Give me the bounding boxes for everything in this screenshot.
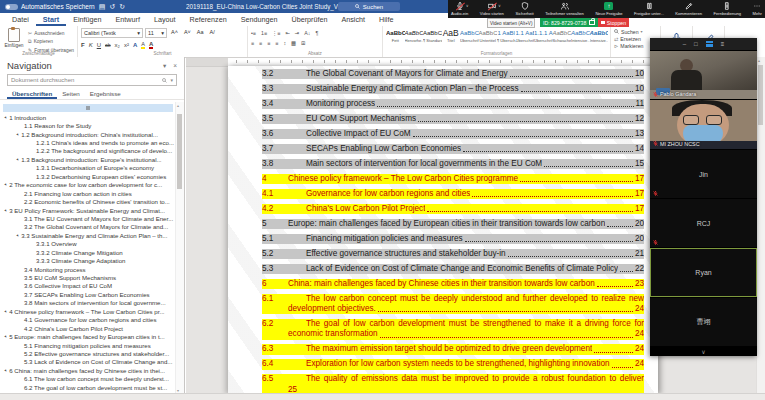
participant-tile-mi-zhou-ncsc[interactable]: MI ZHOU NCSC [650, 100, 757, 148]
participant-tile-jin[interactable]: Jin [650, 150, 757, 198]
nav-item-3-7[interactable]: 3.7 SECAPs Enabling Low Carbon Economies [0, 290, 176, 298]
participant-tile-ryan[interactable]: Ryan [650, 248, 757, 296]
toc-entry-3-8[interactable]: 3.8Main sectors of intervention for loca… [262, 159, 644, 169]
line-spacing-icon[interactable]: ↕ [283, 40, 286, 46]
toc-entry-3-7[interactable]: 3.7SECAPs Enabling Low Carbon Economies1… [262, 144, 644, 154]
toc-entry-6-4[interactable]: 6.4Exploration for low carbon system nee… [262, 359, 644, 369]
style-intensive[interactable]: AaBbCcLIntensive... [590, 29, 609, 43]
nav-item-3-3-2[interactable]: 3.3.2 Climate Change Mitigation [0, 248, 176, 256]
sort-icon[interactable]: A↓ [304, 30, 310, 36]
scroll-up-icon[interactable]: ▴ [177, 103, 179, 108]
style-hervorhe[interactable]: AaBbCcLHervorhe... [405, 29, 424, 43]
meeting-sicherheit[interactable]: Sicherheit [515, 1, 533, 17]
underline-button[interactable]: U [97, 42, 101, 48]
collapse-chevron-icon[interactable]: ∨ [650, 346, 757, 356]
nav-item-1[interactable]: ▸1 Introduction [0, 113, 176, 121]
find-button[interactable]: Suchen▾ [614, 28, 657, 35]
multilevel-list-icon[interactable]: ⋮≡ [272, 30, 280, 36]
gallery-view-icon[interactable] [706, 41, 713, 47]
collapse-triangle-icon[interactable]: ▸ [4, 207, 9, 212]
toc-entry-3-5[interactable]: 3.5EU CoM Support Mechanisms12 [262, 114, 644, 124]
highlight-color-button[interactable]: A [141, 42, 145, 49]
toc-entry-6-2[interactable]: 6.2The goal of low carbon development mu… [262, 319, 644, 339]
toc-entry-3-4[interactable]: 3.4Monitoring process11 [262, 99, 644, 109]
subscript-button[interactable]: x₂ [115, 42, 120, 48]
nav-item-3-3-3[interactable]: 3.3.3 Climate Change Adaptation [0, 256, 176, 264]
participant-tile-pablo-gándara[interactable]: Pablo Gándara [650, 51, 757, 99]
nav-item-4[interactable]: ▸4 Chinese policy framework – The Low Ca… [0, 307, 176, 315]
nav-item-4-2[interactable]: 4.2 China's Low Carbon Pilot Project [0, 324, 176, 332]
collapse-triangle-icon[interactable]: ▸ [4, 368, 9, 373]
meeting-teilnehmer-verwalten[interactable]: Teilnehmer verwalten [545, 1, 584, 17]
nav-item-6[interactable]: ▸6 China: main challenges faced by Chine… [0, 366, 176, 374]
participant-tile-[interactable]: 曹翊 [650, 298, 757, 346]
clear-format-button[interactable]: A/ [208, 28, 217, 36]
nav-tab-headings[interactable]: Überschriften [7, 89, 57, 99]
titlebar-search[interactable]: Suchen [338, 2, 400, 11]
borders-icon[interactable]: ⊞ [301, 40, 305, 46]
meeting-neue-freigabe[interactable]: ↑Neue Freigabe [595, 1, 622, 17]
style-überschrif[interactable]: 1.1.1 AaÜberschrif... [534, 29, 553, 43]
undo-icon[interactable]: ↺ [109, 3, 115, 10]
window-scrollbar[interactable]: ▴ [756, 57, 765, 394]
meeting-mehr[interactable]: Mehr [753, 1, 762, 17]
font-size-select[interactable]: 11▾ [145, 28, 167, 38]
tab-ansicht[interactable]: Ansicht [334, 13, 372, 26]
nav-item-1-2[interactable]: ▸1.2 Background introduction: China's in… [0, 130, 176, 138]
strikethrough-button[interactable]: ab [105, 42, 111, 48]
toc-entry-6[interactable]: 6China: main challenges faced by Chinese… [262, 279, 644, 289]
style-überschrif[interactable]: AaBbCcDxÜberschrif... [460, 29, 479, 43]
nav-item-3[interactable]: ▸3 EU Policy Framework: Sustainable Ener… [0, 206, 176, 214]
chevron-down-icon[interactable]: ∨ [466, 3, 469, 8]
nav-item-3-8[interactable]: 3.8 Main sectors of intervention for loc… [0, 299, 176, 307]
participant-tile-rcj[interactable]: RCJ [650, 199, 757, 247]
list-view-icon[interactable]: ≡ [721, 41, 725, 47]
tab-start[interactable]: Start [36, 13, 66, 26]
toc-entry-3-3[interactable]: 3.3Sustainable Energy and Climate Action… [262, 84, 644, 94]
tab-layout[interactable]: Layout [147, 13, 183, 26]
nav-item-1-2-2[interactable]: 1.2.2 The background and significance of… [0, 147, 176, 155]
align-right-icon[interactable]: ≡ [267, 40, 270, 46]
nav-item-6-2[interactable]: 6.2 The goal of low carbon development m… [0, 383, 176, 391]
toc-entry-4-2[interactable]: 4.2China's Low Carbon Pilot Project17 [262, 204, 644, 214]
shading-icon[interactable]: ▦ [291, 40, 296, 46]
nav-tab-pages[interactable]: Seiten [57, 89, 85, 99]
nav-item-1-3[interactable]: ▸1.3 Background introduction: Europe's i… [0, 155, 176, 163]
nav-selected-row[interactable] [3, 104, 173, 112]
window-scroll-thumb[interactable] [758, 65, 763, 125]
toc-entry-5-2[interactable]: 5.2Effective governance structures and s… [262, 249, 644, 259]
pilcrow-icon[interactable]: ¶ [315, 30, 318, 36]
nav-item-1-1[interactable]: 1.1 Reason for the Study [0, 121, 176, 129]
nav-item-1-3-1[interactable]: 1.3.1 Decarbonisation of Europe's econom… [0, 164, 176, 172]
nav-scroll-thumb[interactable] [177, 114, 182, 189]
change-case-button[interactable]: Aa [195, 28, 206, 36]
toc-entry-3-2[interactable]: 3.2The Global Covenant of Mayors for Cli… [262, 69, 644, 79]
tab-entwurf[interactable]: Entwurf [109, 13, 147, 26]
indent-icon[interactable]: ⇥ [295, 30, 299, 36]
nav-item-3-4[interactable]: 3.4 Monitoring process [0, 265, 176, 273]
nav-item-5[interactable]: ▸5 Europe: main challenges faced by Euro… [0, 332, 176, 340]
style-untertitel[interactable]: AaBbCcCUntertitel [479, 29, 498, 43]
meeting-audio-ein[interactable]: ∨Audio-ein [451, 1, 468, 17]
nav-tab-results[interactable]: Ergebnisse [85, 89, 126, 99]
meeting-fernbedienung[interactable]: Fernbedienung [714, 1, 742, 17]
style-titel[interactable]: AaBTitel [442, 29, 461, 43]
nav-options-icon[interactable]: ▾ [163, 62, 166, 70]
collapse-triangle-icon[interactable]: ▸ [16, 157, 21, 162]
nav-item-5-2[interactable]: 5.2 Effective governance structures and … [0, 349, 176, 357]
tab-hilfe[interactable]: Hilfe [372, 13, 400, 26]
autosave-toggle[interactable]: Automatisches Speichern [5, 3, 95, 10]
nav-item-2-1[interactable]: 2.1 Financing low carbon action in citie… [0, 189, 176, 197]
nav-item-3-2[interactable]: 3.2 The Global Covenant of Mayors for Cl… [0, 223, 176, 231]
tab-referenzen[interactable]: Referenzen [183, 13, 234, 26]
font-name-select[interactable]: Calibri (Textk▾ [81, 28, 143, 38]
collapse-triangle-icon[interactable]: ▸ [4, 309, 9, 314]
nav-item-3-5[interactable]: 3.5 EU CoM Support Mechanisms [0, 273, 176, 281]
italic-button[interactable]: K [89, 42, 93, 48]
collapse-triangle-icon[interactable]: ▸ [4, 182, 9, 187]
tab-einfügen[interactable]: Einfügen [66, 13, 108, 26]
nav-search-input[interactable]: Dokument durchsuchen ▾ [7, 74, 177, 86]
chevron-down-icon[interactable]: ∨ [498, 3, 501, 8]
nav-item-4-1[interactable]: 4.1 Governance for low carbon regions an… [0, 316, 176, 324]
redo-icon[interactable]: ↻ [119, 3, 125, 10]
